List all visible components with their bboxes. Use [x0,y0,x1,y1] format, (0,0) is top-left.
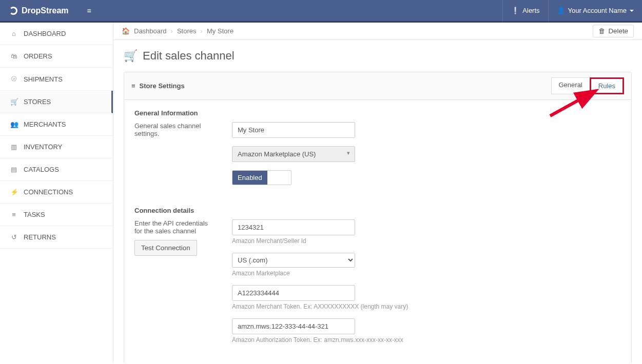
list-icon: ▤ [10,166,17,173]
sidebar-item-label: CATALOGS [24,166,59,173]
sidebar-item-connections[interactable]: ⚡ CONNECTIONS [0,181,113,204]
delete-button[interactable]: 🗑 Delete [593,25,634,37]
user-icon: 👤 [557,7,565,14]
annotation-arrow [545,88,607,118]
sidebar-item-inventory[interactable]: ▥ INVENTORY [0,136,113,158]
breadcrumb-current: My Store [207,27,234,35]
tasks-icon: ≡ [10,211,17,218]
brand[interactable]: DropStream [0,6,78,15]
sidebar-item-catalogs[interactable]: ▤ CATALOGS [0,158,113,181]
delete-label: Delete [608,27,628,35]
sidebar-item-shipments[interactable]: ⦾ SHIPMENTS [0,68,113,91]
breadcrumb-separator: › [171,27,173,35]
cart-icon: 🛒 [10,98,17,106]
auth-token-input[interactable] [232,318,355,334]
general-help-text: General sales channel settings. [134,122,217,137]
topbar: DropStream ≡ ❕ Alerts 👤 Your Account Nam… [0,0,642,23]
merchant-token-input[interactable] [232,285,355,301]
sidebar: ⌂ DASHBOARD 🛍 ORDERS ⦾ SHIPMENTS 🛒 STORE… [0,23,113,362]
connection-help-text: Enter the API credentials for the sales … [134,219,217,235]
account-menu[interactable]: 👤 Your Account Name [548,0,642,22]
marketplace-select[interactable] [232,146,355,162]
menu-toggle-button[interactable]: ≡ [78,7,101,15]
sidebar-item-merchants[interactable]: 👥 MERCHANTS [0,113,113,136]
auth-token-hint: Amazon Authorization Token. Ex: amzn.mws… [232,336,621,343]
alert-icon: ❕ [511,7,519,14]
seller-id-input[interactable] [232,219,355,235]
breadcrumb-separator: › [201,27,203,35]
globe-icon: ⦾ [10,75,17,83]
page-title: 🛒 Edit sales channel [124,49,632,63]
account-label: Your Account Name [568,7,627,14]
breadcrumb-bar: 🏠 Dashboard › Stores › My Store 🗑 Delete [113,23,642,40]
connection-details-heading: Connection details [134,207,621,214]
chart-icon: ▥ [10,143,17,151]
bag-icon: 🛍 [10,52,17,60]
caret-down-icon [630,10,634,12]
brand-label: DropStream [22,6,69,15]
sidebar-item-label: SHIPMENTS [24,75,63,83]
status-enabled-label: Enabled [232,171,267,185]
sidebar-item-returns[interactable]: ↺ RETURNS [0,226,113,249]
brand-icon [9,7,17,15]
alerts-label: Alerts [522,7,539,14]
breadcrumb-dashboard[interactable]: Dashboard [134,27,167,35]
sidebar-item-dashboard[interactable]: ⌂ DASHBOARD [0,23,113,45]
test-connection-button[interactable]: Test Connection [134,240,197,256]
sidebar-item-label: DASHBOARD [24,30,66,37]
marketplace-region-select[interactable]: US (.com) [232,253,355,268]
sidebar-item-label: CONNECTIONS [24,188,73,196]
page-title-text: Edit sales channel [143,49,235,63]
status-toggle[interactable]: Enabled [232,170,291,185]
alerts-button[interactable]: ❕ Alerts [502,0,548,22]
store-name-input[interactable] [232,122,355,138]
sidebar-item-orders[interactable]: 🛍 ORDERS [0,45,113,68]
cart-icon: 🛒 [124,49,138,63]
trash-icon: 🗑 [598,27,605,35]
merchant-token-hint: Amazon Merchant Token. Ex: AXXXXXXXXXX (… [232,303,621,310]
home-icon: ⌂ [10,30,17,37]
svg-line-1 [550,92,594,116]
sidebar-item-tasks[interactable]: ≡ TASKS [0,204,113,226]
sidebar-item-label: ORDERS [24,52,52,60]
sidebar-item-label: MERCHANTS [24,120,66,128]
store-settings-panel: ≡ Store Settings General Rules General I… [124,72,632,362]
sidebar-item-stores[interactable]: 🛒 STORES [0,91,113,113]
status-off [267,171,291,185]
panel-title: Store Settings [140,82,185,90]
main-content: 🏠 Dashboard › Stores › My Store 🗑 Delete… [113,23,642,362]
home-icon: 🏠 [122,27,130,35]
breadcrumb-stores[interactable]: Stores [177,27,197,35]
return-icon: ↺ [10,233,17,241]
plug-icon: ⚡ [10,188,17,196]
sidebar-item-label: INVENTORY [24,143,62,151]
marketplace-hint: Amazon Marketplace [232,270,621,277]
sidebar-item-label: RETURNS [24,233,56,241]
list-icon: ≡ [131,82,135,90]
seller-id-hint: Amazon Merchant/Seller Id [232,237,621,245]
users-icon: 👥 [10,120,17,128]
hamburger-icon: ≡ [87,7,91,15]
sidebar-item-label: TASKS [24,211,45,218]
sidebar-item-label: STORES [24,98,51,106]
